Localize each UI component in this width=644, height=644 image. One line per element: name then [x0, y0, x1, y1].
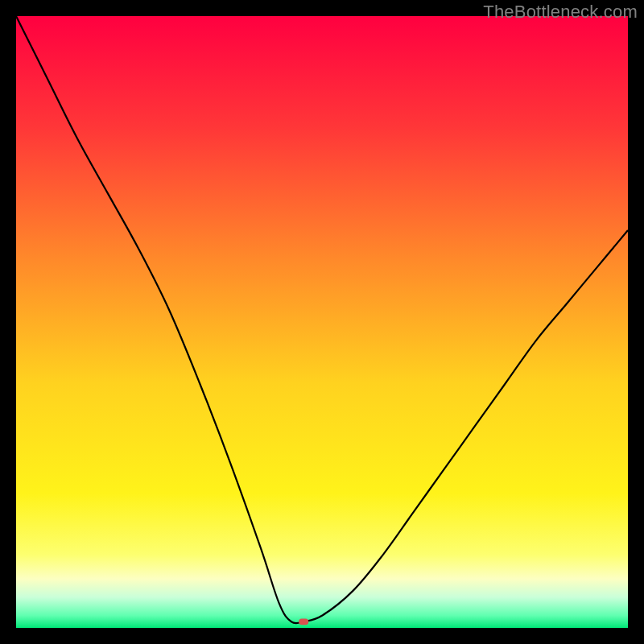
min-marker: [299, 619, 308, 625]
chart-frame: TheBottleneck.com: [0, 0, 644, 644]
gradient-background: [16, 16, 628, 628]
watermark-text: TheBottleneck.com: [483, 2, 638, 23]
bottleneck-curve-plot: [16, 16, 628, 628]
